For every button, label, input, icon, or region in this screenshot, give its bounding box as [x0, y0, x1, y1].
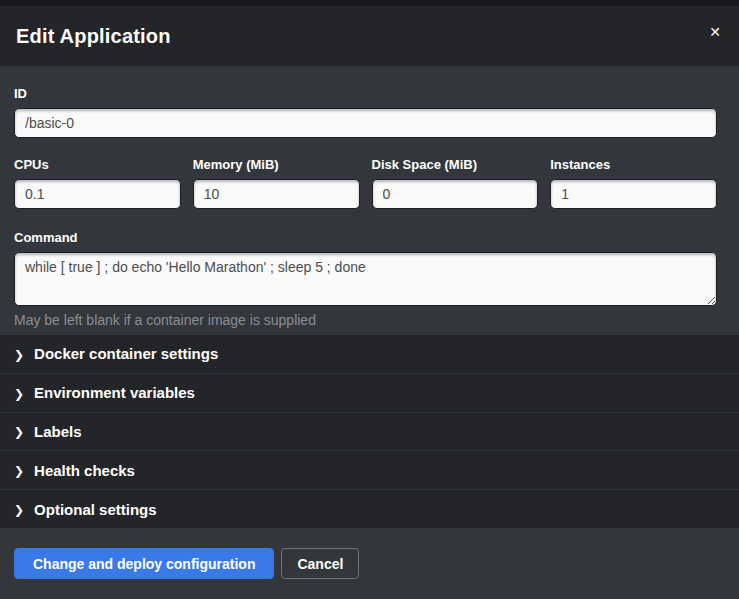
close-icon: ✕: [709, 24, 721, 40]
id-label: ID: [14, 86, 717, 101]
id-field-group: ID: [14, 86, 717, 138]
memory-input[interactable]: [193, 179, 360, 209]
command-field-group: Command while [ true ] ; do echo 'Hello …: [14, 230, 717, 328]
instances-field-group: Instances: [550, 157, 717, 209]
command-label: Command: [14, 230, 717, 245]
disk-field-group: Disk Space (MiB): [372, 157, 539, 209]
instances-input[interactable]: [550, 179, 717, 209]
change-and-deploy-button[interactable]: Change and deploy configuration: [14, 548, 274, 579]
chevron-right-icon: ❯: [14, 504, 24, 516]
section-optional-settings[interactable]: ❯ Optional settings: [0, 489, 739, 528]
id-input[interactable]: [14, 108, 717, 138]
cancel-button[interactable]: Cancel: [281, 548, 359, 579]
chevron-right-icon: ❯: [14, 349, 24, 361]
command-textarea[interactable]: while [ true ] ; do echo 'Hello Marathon…: [14, 252, 717, 306]
chevron-right-icon: ❯: [14, 426, 24, 438]
modal-header: Edit Application ✕: [0, 6, 739, 66]
section-label: Environment variables: [34, 384, 195, 401]
instances-label: Instances: [550, 157, 717, 172]
disk-label: Disk Space (MiB): [372, 157, 539, 172]
memory-field-group: Memory (MiB): [193, 157, 360, 209]
section-label: Health checks: [34, 462, 135, 479]
cpus-input[interactable]: [14, 179, 181, 209]
section-docker-container-settings[interactable]: ❯ Docker container settings: [0, 335, 739, 373]
edit-application-modal: Edit Application ✕ ID CPUs Memory (MiB) …: [0, 0, 739, 599]
section-label: Docker container settings: [34, 345, 218, 362]
modal-footer: Change and deploy configuration Cancel: [0, 528, 739, 599]
close-button[interactable]: ✕: [703, 20, 727, 44]
section-environment-variables[interactable]: ❯ Environment variables: [0, 373, 739, 412]
resources-row: CPUs Memory (MiB) Disk Space (MiB) Insta…: [14, 157, 717, 209]
section-label: Labels: [34, 423, 82, 440]
memory-label: Memory (MiB): [193, 157, 360, 172]
chevron-right-icon: ❯: [14, 388, 24, 400]
command-help-text: May be left blank if a container image i…: [14, 312, 717, 328]
disk-input[interactable]: [372, 179, 539, 209]
section-label: Optional settings: [34, 501, 157, 518]
chevron-right-icon: ❯: [14, 465, 24, 477]
collapsible-sections: ❯ Docker container settings ❯ Environmen…: [0, 335, 739, 528]
section-labels[interactable]: ❯ Labels: [0, 412, 739, 451]
section-health-checks[interactable]: ❯ Health checks: [0, 450, 739, 489]
cpus-field-group: CPUs: [14, 157, 181, 209]
modal-title: Edit Application: [16, 25, 171, 48]
modal-body: ID CPUs Memory (MiB) Disk Space (MiB) In…: [0, 66, 739, 335]
cpus-label: CPUs: [14, 157, 181, 172]
